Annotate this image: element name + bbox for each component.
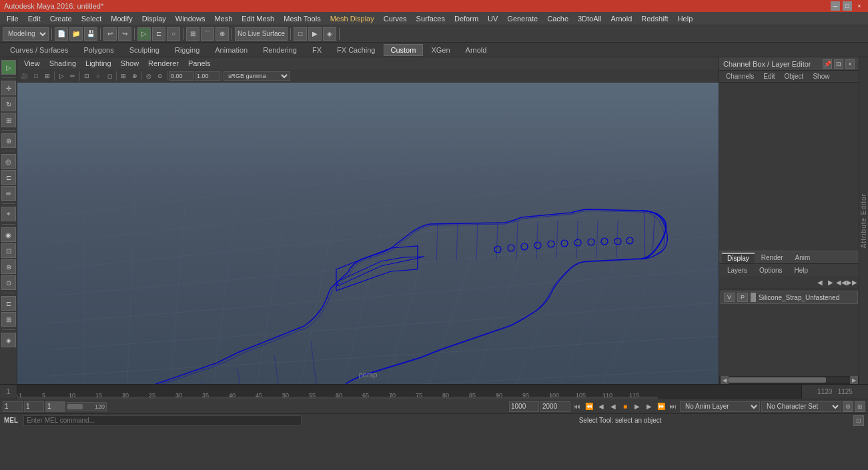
snap-curve-btn[interactable]: ⌒: [201, 27, 214, 41]
start-frame-input[interactable]: [3, 401, 23, 412]
tab-sculpting[interactable]: Sculpting: [122, 44, 167, 56]
layer-tab-options[interactable]: Options: [754, 266, 787, 275]
undo-btn[interactable]: ↩: [103, 27, 117, 41]
menu-arnold[interactable]: Arnold: [606, 14, 636, 23]
vp-bounding-btn[interactable]: ◻: [104, 71, 115, 81]
select-tool-btn[interactable]: ▷: [137, 27, 151, 41]
step-back-btn[interactable]: ⏪: [584, 401, 594, 412]
cb-tab-object[interactable]: Object: [781, 72, 808, 81]
redo-btn[interactable]: ↪: [118, 27, 131, 41]
frame-input-1[interactable]: [169, 71, 194, 81]
scroll-left-btn[interactable]: ◀: [721, 376, 729, 384]
menu-modify[interactable]: Modify: [107, 14, 136, 23]
roll-btn[interactable]: ⊙: [1, 275, 16, 290]
render-btn[interactable]: ▶: [308, 27, 322, 41]
close-button[interactable]: ×: [855, 1, 864, 11]
vp-menu-panels[interactable]: Panels: [184, 59, 215, 68]
scale-tool-btn[interactable]: ⊞: [1, 113, 16, 127]
vp-menu-shading[interactable]: Shading: [45, 59, 80, 68]
dolly-btn[interactable]: ⊛: [1, 259, 16, 274]
vp-menu-view[interactable]: View: [20, 59, 44, 68]
timeline-track[interactable]: 1 5 10 15 20 25 30 35 40: [17, 385, 801, 399]
menu-windows[interactable]: Windows: [171, 14, 209, 23]
constraint-btn[interactable]: ⊞: [1, 312, 16, 327]
tab-polygons[interactable]: Polygons: [76, 44, 121, 56]
maximize-button[interactable]: □: [843, 1, 852, 11]
auto-key-btn[interactable]: ⚙: [843, 401, 853, 412]
layer-add-btn[interactable]: ◀◀: [837, 278, 846, 287]
menu-select[interactable]: Select: [77, 14, 106, 23]
skip-to-start-btn[interactable]: ⏮: [572, 401, 582, 412]
menu-uv[interactable]: UV: [484, 14, 502, 23]
soft-select-btn[interactable]: ◎: [1, 154, 16, 169]
menu-3dtoall[interactable]: 3DtoAll: [574, 14, 605, 23]
menu-file[interactable]: File: [3, 14, 23, 23]
play-fwd-btn[interactable]: ▶: [632, 401, 642, 412]
preferences-btn[interactable]: ⊞: [855, 401, 865, 412]
universal-manip-btn[interactable]: ⊕: [1, 133, 16, 148]
open-file-btn[interactable]: 📁: [69, 27, 83, 41]
current-frame-display[interactable]: [45, 401, 65, 412]
vp-camera-btn[interactable]: 🎥: [19, 71, 30, 81]
layer-next-btn[interactable]: ▶: [826, 278, 835, 287]
skip-to-end-btn[interactable]: ⏭: [668, 401, 679, 412]
snap-grid-btn[interactable]: ⊞: [186, 27, 199, 41]
character-set-select[interactable]: No Character Set: [761, 401, 841, 412]
vp-paint-btn[interactable]: ✏: [67, 71, 78, 81]
workspace-selector[interactable]: Modeling: [3, 27, 49, 41]
tab-fx-caching[interactable]: FX Caching: [330, 44, 382, 56]
menu-cache[interactable]: Cache: [543, 14, 572, 23]
vp-smooth-btn[interactable]: ○: [93, 71, 103, 81]
step-fwd-btn[interactable]: ⏩: [656, 401, 667, 412]
play-back-btn[interactable]: ◀: [608, 401, 618, 412]
color-profile-select[interactable]: sRGB gamma: [224, 71, 290, 81]
snap-align-btn[interactable]: ⊏: [1, 296, 16, 311]
minimize-button[interactable]: ─: [831, 1, 840, 11]
next-key-btn[interactable]: ▶: [644, 401, 655, 412]
cb-pin-btn[interactable]: 📌: [823, 59, 832, 69]
menu-mesh-display[interactable]: Mesh Display: [326, 14, 378, 23]
vp-menu-show[interactable]: Show: [117, 59, 143, 68]
menu-display[interactable]: Display: [138, 14, 170, 23]
vp-resolution-btn[interactable]: ⊞: [42, 71, 53, 81]
menu-redshift[interactable]: Redshift: [637, 14, 672, 23]
command-input[interactable]: [23, 415, 302, 426]
playback-range-bar[interactable]: 120: [67, 402, 107, 411]
layer-tab-layers[interactable]: Layers: [722, 266, 753, 275]
vp-xray-btn[interactable]: ◎: [143, 71, 154, 81]
menu-curves[interactable]: Curves: [380, 14, 411, 23]
cb-tab-show[interactable]: Show: [809, 72, 833, 81]
tab-curves-surfaces[interactable]: Curves / Surfaces: [3, 44, 75, 56]
prev-key-btn[interactable]: ◀: [596, 401, 606, 412]
rotate-tool-btn[interactable]: ↻: [1, 97, 16, 111]
layer-tab-help[interactable]: Help: [789, 266, 813, 275]
menu-edit-mesh[interactable]: Edit Mesh: [238, 14, 278, 23]
menu-mesh-tools[interactable]: Mesh Tools: [280, 14, 324, 23]
menu-generate[interactable]: Generate: [503, 14, 542, 23]
paint-btn[interactable]: ○: [167, 27, 180, 41]
cb-tab-channels[interactable]: Channels: [722, 72, 758, 81]
menu-help[interactable]: Help: [674, 14, 697, 23]
layer-remove-btn[interactable]: ▶▶: [847, 278, 857, 287]
cb-float-btn[interactable]: ⊡: [834, 59, 843, 69]
disp-tab-render[interactable]: Render: [756, 253, 789, 262]
viewport-area[interactable]: View Shading Lighting Show Renderer Pane…: [17, 57, 719, 384]
end-value-input[interactable]: [540, 401, 570, 412]
vp-menu-lighting[interactable]: Lighting: [81, 59, 115, 68]
scroll-track[interactable]: [729, 377, 850, 383]
show-manip-btn[interactable]: ⌖: [1, 207, 16, 221]
layer-visibility-btn[interactable]: V: [724, 293, 735, 302]
viewport-canvas[interactable]: X Y Z persp: [17, 83, 719, 384]
vp-menu-renderer[interactable]: Renderer: [144, 59, 183, 68]
vp-heads-btn[interactable]: ⊕: [129, 71, 140, 81]
paint-select-btn[interactable]: ✏: [1, 186, 16, 201]
tab-custom[interactable]: Custom: [384, 44, 424, 56]
tab-fx[interactable]: FX: [305, 44, 329, 56]
menu-create[interactable]: Create: [46, 14, 76, 23]
track-btn[interactable]: ⊡: [1, 243, 16, 258]
tab-xgen[interactable]: XGen: [424, 44, 457, 56]
snap-point-btn[interactable]: ⊕: [215, 27, 229, 41]
tab-rendering[interactable]: Rendering: [256, 44, 304, 56]
end-frame-input[interactable]: [509, 401, 539, 412]
tab-arnold[interactable]: Arnold: [458, 44, 494, 56]
